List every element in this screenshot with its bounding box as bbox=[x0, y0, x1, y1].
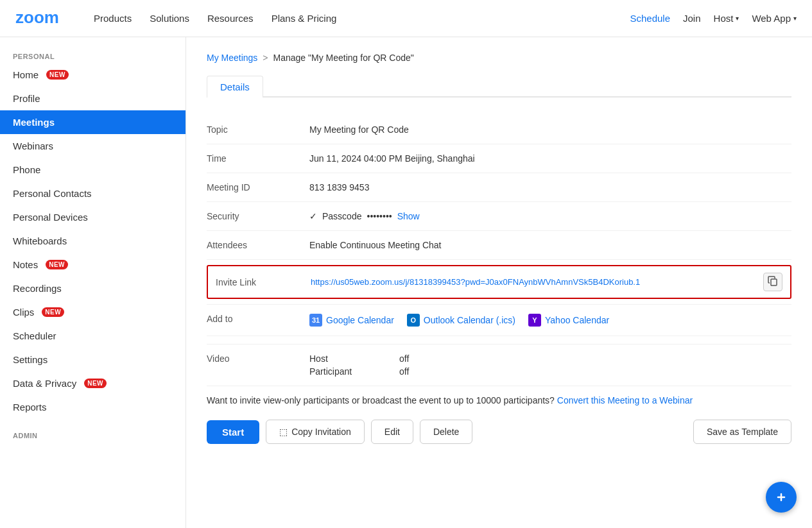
attendees-value: Enable Continuous Meeting Chat bbox=[309, 231, 791, 260]
layout: PERSONAL Home NEW Profile Meetings Webin… bbox=[0, 37, 812, 528]
video-host-row: Host off bbox=[309, 353, 791, 364]
sidebar-item-personal-devices-label: Personal Devices bbox=[13, 212, 88, 223]
passcode-show-link[interactable]: Show bbox=[397, 211, 420, 221]
video-participant-label: Participant bbox=[309, 366, 361, 377]
copy-invitation-icon: ⬚ bbox=[279, 427, 288, 437]
logo[interactable]: zoom bbox=[15, 8, 73, 29]
sidebar-item-reports[interactable]: Reports bbox=[0, 395, 186, 419]
sidebar-item-meetings[interactable]: Meetings bbox=[0, 110, 186, 134]
breadcrumb-current: Manage "My Meeting for QR Code" bbox=[273, 53, 414, 63]
nav-join[interactable]: Join bbox=[683, 13, 701, 24]
passcode-dots: •••••••• bbox=[367, 211, 392, 221]
nav-host-dropdown[interactable]: Host ▾ bbox=[714, 13, 739, 24]
start-button[interactable]: Start bbox=[207, 420, 259, 444]
nav-plans[interactable]: Plans & Pricing bbox=[272, 13, 337, 24]
nav-webapp: Web App bbox=[752, 13, 791, 24]
passcode-label: Passcode bbox=[322, 211, 361, 221]
webinar-text: Want to invite view-only participants or… bbox=[207, 395, 555, 405]
webapp-chevron-icon: ▾ bbox=[793, 15, 797, 22]
row-time: Time Jun 11, 2024 04:00 PM Beijing, Shan… bbox=[207, 144, 791, 173]
add-to-value: 31 Google Calendar O Outlook Calendar (.… bbox=[309, 305, 791, 336]
yahoo-calendar-label: Yahoo Calendar bbox=[545, 315, 609, 325]
edit-button[interactable]: Edit bbox=[371, 420, 413, 444]
webinar-convert-link[interactable]: Convert this Meeting to a Webinar bbox=[557, 395, 693, 405]
invite-link-label: Invite Link bbox=[216, 277, 306, 287]
topic-value: My Meeting for QR Code bbox=[309, 115, 791, 144]
host-chevron-icon: ▾ bbox=[736, 15, 739, 22]
sidebar-item-meetings-label: Meetings bbox=[13, 117, 55, 128]
calendar-links: 31 Google Calendar O Outlook Calendar (.… bbox=[309, 314, 791, 327]
copy-icon bbox=[768, 276, 778, 286]
action-buttons: Start ⬚ Copy Invitation Edit Delete Save… bbox=[207, 420, 791, 444]
sidebar-item-personal-devices[interactable]: Personal Devices bbox=[0, 205, 186, 229]
tab-details[interactable]: Details bbox=[207, 76, 263, 98]
row-security: Security ✓ Passcode •••••••• Show bbox=[207, 202, 791, 231]
sidebar-personal-label: PERSONAL bbox=[0, 47, 186, 63]
video-label: Video bbox=[207, 345, 309, 386]
sidebar-item-settings[interactable]: Settings bbox=[0, 348, 186, 371]
video-participant-row: Participant off bbox=[309, 366, 791, 377]
sidebar-item-scheduler-label: Scheduler bbox=[13, 330, 56, 341]
yahoo-calendar-link[interactable]: Y Yahoo Calendar bbox=[528, 314, 609, 327]
nav-products[interactable]: Products bbox=[94, 13, 132, 24]
sidebar-item-clips[interactable]: Clips NEW bbox=[0, 300, 186, 324]
outlook-calendar-label: Outlook Calendar (.ics) bbox=[424, 315, 515, 325]
sidebar-item-data-privacy[interactable]: Data & Privacy NEW bbox=[0, 371, 186, 395]
sidebar-item-home[interactable]: Home NEW bbox=[0, 63, 186, 87]
invite-link-url[interactable]: https://us05web.zoom.us/j/81318399453?pw… bbox=[311, 277, 758, 287]
video-value: Host off Participant off bbox=[309, 345, 791, 386]
passcode-check-icon: ✓ bbox=[309, 211, 317, 221]
fab-button[interactable] bbox=[766, 482, 797, 513]
sidebar-item-phone-label: Phone bbox=[13, 164, 40, 175]
nav-resources[interactable]: Resources bbox=[207, 13, 254, 24]
google-calendar-label: Google Calendar bbox=[326, 315, 394, 325]
video-participant-value: off bbox=[399, 366, 409, 377]
sidebar-item-notes-badge: NEW bbox=[46, 260, 68, 269]
sidebar-item-clips-label: Clips bbox=[13, 307, 34, 318]
sidebar-item-profile-label: Profile bbox=[13, 93, 40, 104]
sidebar-item-home-label: Home bbox=[13, 69, 39, 80]
sidebar: PERSONAL Home NEW Profile Meetings Webin… bbox=[0, 37, 186, 528]
nav-solutions[interactable]: Solutions bbox=[150, 13, 189, 24]
svg-text:zoom: zoom bbox=[15, 8, 59, 27]
row-webinar: Want to invite view-only participants or… bbox=[207, 386, 791, 415]
time-label: Time bbox=[207, 144, 309, 173]
breadcrumb-parent[interactable]: My Meetings bbox=[207, 53, 257, 63]
copy-invitation-label: Copy Invitation bbox=[291, 427, 351, 437]
sidebar-item-profile[interactable]: Profile bbox=[0, 87, 186, 110]
sidebar-item-personal-contacts-label: Personal Contacts bbox=[13, 188, 92, 199]
outlook-calendar-icon: O bbox=[407, 314, 420, 327]
sidebar-item-webinars[interactable]: Webinars bbox=[0, 134, 186, 158]
sidebar-item-scheduler[interactable]: Scheduler bbox=[0, 324, 186, 348]
sidebar-item-clips-badge: NEW bbox=[42, 307, 64, 317]
delete-button[interactable]: Delete bbox=[420, 420, 472, 444]
outlook-calendar-link[interactable]: O Outlook Calendar (.ics) bbox=[407, 314, 515, 327]
sidebar-admin-label: ADMIN bbox=[0, 427, 186, 442]
nav-webapp-dropdown[interactable]: Web App ▾ bbox=[752, 13, 797, 24]
add-to-label: Add to bbox=[207, 305, 309, 336]
sidebar-item-notes[interactable]: Notes NEW bbox=[0, 253, 186, 277]
sidebar-item-whiteboards[interactable]: Whiteboards bbox=[0, 229, 186, 253]
sidebar-item-phone[interactable]: Phone bbox=[0, 158, 186, 182]
details-table: Topic My Meeting for QR Code Time Jun 11… bbox=[207, 115, 791, 414]
breadcrumb: My Meetings > Manage "My Meeting for QR … bbox=[207, 53, 791, 63]
topnav-right: Schedule Join Host ▾ Web App ▾ bbox=[630, 13, 797, 24]
webinar-line: Want to invite view-only participants or… bbox=[207, 386, 791, 415]
video-grid: Host off Participant off bbox=[309, 353, 791, 377]
row-video: Video Host off Participant off bbox=[207, 345, 791, 386]
sidebar-item-reports-label: Reports bbox=[13, 402, 47, 413]
save-as-template-button[interactable]: Save as Template bbox=[693, 420, 791, 444]
meeting-id-value: 813 1839 9453 bbox=[309, 173, 791, 202]
sidebar-item-data-privacy-label: Data & Privacy bbox=[13, 378, 76, 389]
copy-invite-link-button[interactable] bbox=[763, 273, 782, 291]
sidebar-item-personal-contacts[interactable]: Personal Contacts bbox=[0, 182, 186, 205]
row-attendees: Attendees Enable Continuous Meeting Chat bbox=[207, 231, 791, 260]
row-invite-link: Invite Link https://us05web.zoom.us/j/81… bbox=[207, 260, 791, 305]
sidebar-item-recordings[interactable]: Recordings bbox=[0, 277, 186, 300]
google-calendar-link[interactable]: 31 Google Calendar bbox=[309, 314, 394, 327]
security-value: ✓ Passcode •••••••• Show bbox=[309, 202, 791, 231]
copy-invitation-button[interactable]: ⬚ Copy Invitation bbox=[266, 420, 365, 444]
sidebar-item-notes-label: Notes bbox=[13, 259, 38, 270]
invite-link-box: Invite Link https://us05web.zoom.us/j/81… bbox=[207, 265, 791, 299]
nav-schedule[interactable]: Schedule bbox=[630, 13, 670, 24]
